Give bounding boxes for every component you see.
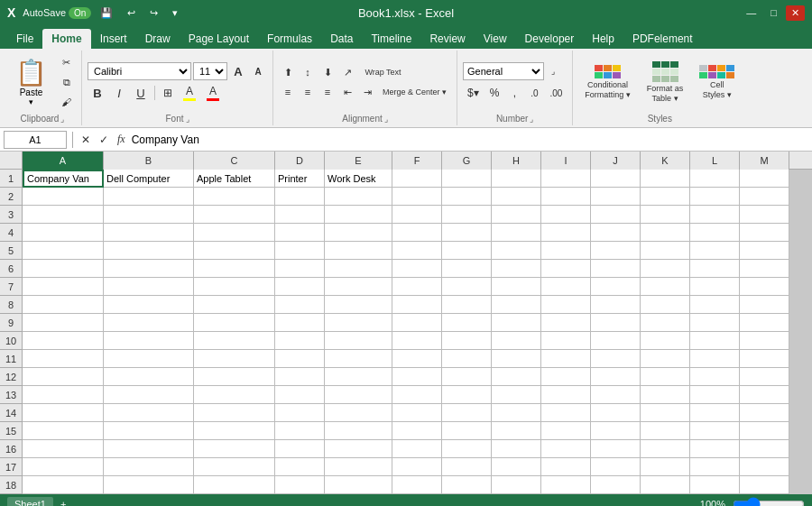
cell-k17[interactable] <box>641 458 690 476</box>
cell-b11[interactable] <box>104 350 194 368</box>
add-sheet-btn[interactable]: + <box>60 499 66 506</box>
wrap-text-button[interactable]: Wrap Text <box>358 63 408 81</box>
cell-b15[interactable] <box>104 422 194 440</box>
cell-h11[interactable] <box>492 350 541 368</box>
cell-e13[interactable] <box>325 386 392 404</box>
cell-g5[interactable] <box>442 242 492 260</box>
cell-i7[interactable] <box>541 278 591 296</box>
cell-e9[interactable] <box>325 314 392 332</box>
cell-l7[interactable] <box>690 278 740 296</box>
cell-d2[interactable] <box>275 188 325 206</box>
increase-decimal-button[interactable]: .00 <box>545 84 567 102</box>
redo-btn[interactable]: ↪ <box>144 5 163 21</box>
cell-l12[interactable] <box>690 368 740 386</box>
decrease-decimal-button[interactable]: .0 <box>525 84 543 102</box>
cell-b2[interactable] <box>104 188 194 206</box>
tab-pdfelement[interactable]: PDFelement <box>623 29 702 49</box>
cell-c12[interactable] <box>194 368 275 386</box>
cell-c13[interactable] <box>194 386 275 404</box>
cell-b4[interactable] <box>104 224 194 242</box>
cell-c17[interactable] <box>194 458 275 476</box>
paste-button[interactable]: 📋 Paste ▾ <box>9 52 53 112</box>
format-as-table-button[interactable]: Format asTable ▾ <box>641 52 690 112</box>
cell-j18[interactable] <box>591 476 641 494</box>
col-header-l[interactable]: L <box>690 152 740 170</box>
cell-i10[interactable] <box>541 332 591 350</box>
cell-m15[interactable] <box>740 422 789 440</box>
cell-a3[interactable] <box>23 206 104 224</box>
cell-b7[interactable] <box>104 278 194 296</box>
cell-g13[interactable] <box>442 386 492 404</box>
indent-decrease-button[interactable]: ⇤ <box>338 83 356 101</box>
cell-d7[interactable] <box>275 278 325 296</box>
cell-i16[interactable] <box>541 440 591 458</box>
cell-e18[interactable] <box>325 476 392 494</box>
font-name-select[interactable]: Calibri <box>88 62 191 80</box>
cell-e5[interactable] <box>325 242 392 260</box>
formula-cancel-button[interactable]: ✕ <box>78 133 93 146</box>
cell-b6[interactable] <box>104 260 194 278</box>
cell-l9[interactable] <box>690 314 740 332</box>
cell-g9[interactable] <box>442 314 492 332</box>
cell-e14[interactable] <box>325 404 392 422</box>
cell-i14[interactable] <box>541 404 591 422</box>
cell-g4[interactable] <box>442 224 492 242</box>
cell-k3[interactable] <box>641 206 690 224</box>
cell-b16[interactable] <box>104 440 194 458</box>
cell-i9[interactable] <box>541 314 591 332</box>
cell-a6[interactable] <box>23 260 104 278</box>
cell-l3[interactable] <box>690 206 740 224</box>
minimize-btn[interactable]: — <box>741 5 761 21</box>
paste-dropdown-icon[interactable]: ▾ <box>29 97 33 106</box>
cell-c10[interactable] <box>194 332 275 350</box>
cell-m7[interactable] <box>740 278 789 296</box>
cell-c14[interactable] <box>194 404 275 422</box>
cell-e3[interactable] <box>325 206 392 224</box>
cell-e8[interactable] <box>325 296 392 314</box>
cell-a11[interactable] <box>23 350 104 368</box>
cell-j13[interactable] <box>591 386 641 404</box>
cell-e10[interactable] <box>325 332 392 350</box>
cell-h12[interactable] <box>492 368 541 386</box>
conditional-formatting-button[interactable]: ConditionalFormatting ▾ <box>578 52 637 112</box>
cell-h17[interactable] <box>492 458 541 476</box>
cell-i13[interactable] <box>541 386 591 404</box>
cell-j1[interactable] <box>591 170 641 188</box>
col-header-a[interactable]: A <box>23 152 104 170</box>
cell-g14[interactable] <box>442 404 492 422</box>
cell-a12[interactable] <box>23 368 104 386</box>
cell-e2[interactable] <box>325 188 392 206</box>
cell-c4[interactable] <box>194 224 275 242</box>
number-expand-icon[interactable]: ⌟ <box>530 115 533 124</box>
row-num-7[interactable]: 7 <box>0 278 23 296</box>
col-header-h[interactable]: H <box>492 152 541 170</box>
cell-b5[interactable] <box>104 242 194 260</box>
cell-d16[interactable] <box>275 440 325 458</box>
cell-a10[interactable] <box>23 332 104 350</box>
cell-e15[interactable] <box>325 422 392 440</box>
cell-m9[interactable] <box>740 314 789 332</box>
cell-k9[interactable] <box>641 314 690 332</box>
cell-h16[interactable] <box>492 440 541 458</box>
cell-i4[interactable] <box>541 224 591 242</box>
borders-button[interactable]: ⊞ <box>159 84 177 102</box>
col-header-k[interactable]: K <box>641 152 690 170</box>
cell-j4[interactable] <box>591 224 641 242</box>
cell-k10[interactable] <box>641 332 690 350</box>
cell-a14[interactable] <box>23 404 104 422</box>
tab-timeline[interactable]: Timeline <box>362 29 420 49</box>
cell-m18[interactable] <box>740 476 789 494</box>
cell-k4[interactable] <box>641 224 690 242</box>
cell-m16[interactable] <box>740 440 789 458</box>
cell-l1[interactable] <box>690 170 740 188</box>
row-num-13[interactable]: 13 <box>0 386 23 404</box>
cell-m8[interactable] <box>740 296 789 314</box>
cell-h7[interactable] <box>492 278 541 296</box>
indent-increase-button[interactable]: ⇥ <box>358 83 376 101</box>
cell-c1[interactable]: Apple Tablet <box>194 170 275 188</box>
cell-m2[interactable] <box>740 188 789 206</box>
row-num-9[interactable]: 9 <box>0 314 23 332</box>
autosave-toggle[interactable]: AutoSave On <box>23 7 91 19</box>
cell-b13[interactable] <box>104 386 194 404</box>
cell-b17[interactable] <box>104 458 194 476</box>
